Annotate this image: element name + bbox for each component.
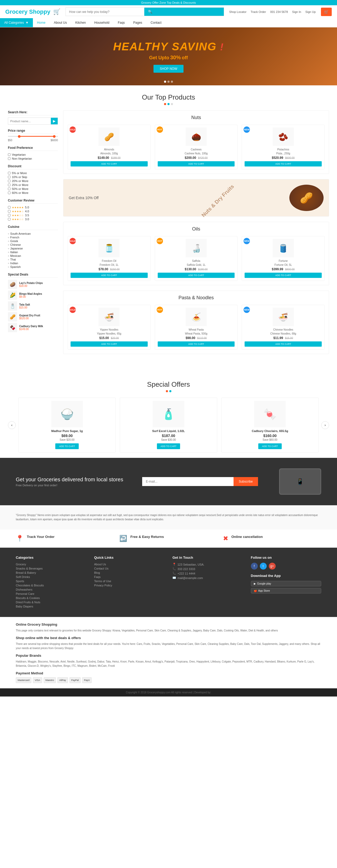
hero-dot-1[interactable] <box>164 81 166 83</box>
cuisine-mexican[interactable]: Mexican <box>8 254 58 257</box>
footer-link-faqs[interactable]: Faqs <box>94 575 165 579</box>
nav-pages[interactable]: Pages <box>129 18 146 27</box>
sidebar-search-button[interactable]: ▶ <box>51 118 58 124</box>
sidebar-search-input[interactable] <box>8 118 51 124</box>
nav-faqs[interactable]: Faqs <box>113 18 129 27</box>
track-order-link[interactable]: Track Order <box>250 10 266 13</box>
newsletter-subscribe-button[interactable]: Subscribe <box>234 477 258 486</box>
deal-price-2: $9.00 <box>19 295 42 298</box>
googleplus-icon[interactable]: g+ <box>269 563 276 569</box>
footer-cat-biscuits[interactable]: Biscuits & Cookies <box>16 596 87 599</box>
food-checkbox-veg[interactable] <box>8 153 10 156</box>
footer-link-privacy[interactable]: Privacy Policy <box>94 584 165 587</box>
discount-10[interactable]: 10% or 5kip <box>8 176 58 179</box>
price-range-thumb-min[interactable] <box>18 135 21 138</box>
footer-cat-chocolates[interactable]: Chocolates & Biscuits <box>16 584 87 587</box>
food-checkbox-nonveg[interactable] <box>8 157 10 160</box>
newsletter-email-input[interactable] <box>142 477 234 486</box>
discount-25[interactable]: 25% or More <box>8 183 58 187</box>
nav-kitchen[interactable]: Kitchen <box>71 18 90 27</box>
deal-item-4[interactable]: 🥜 Gujarat Dry Fruit $520.00 <box>8 312 58 321</box>
hero-dot-2[interactable] <box>167 81 170 83</box>
food-option-nonveg[interactable]: Non-Vegetarian <box>8 157 58 160</box>
facebook-icon[interactable]: f <box>251 563 258 569</box>
footer-link-blog[interactable]: Blog <box>94 571 165 574</box>
food-label-nonveg: Non-Vegetarian <box>12 157 32 160</box>
pasta-cart-btn-3[interactable]: ADD TO CART <box>245 341 322 347</box>
deal-item-2[interactable]: 🌽 Bingo Mad Angles $9.00 <box>8 290 58 300</box>
hero-dot-3[interactable] <box>171 81 173 83</box>
cuisine-greek[interactable]: Greek <box>8 240 58 243</box>
footer-cat-sports[interactable]: Sports <box>16 580 87 583</box>
twitter-icon[interactable]: t <box>260 563 267 569</box>
offer-add-btn-2[interactable]: ADD TO CART <box>157 443 180 449</box>
footer-contact-title: Get in Touch <box>172 556 243 560</box>
google-play-badge[interactable]: ▶ Google play <box>251 581 322 586</box>
deal-item-1[interactable]: 🥔 Lay's Potato Chips $18.00 <box>8 280 58 289</box>
footer-cat-bread[interactable]: Bread & Bakery <box>16 571 87 574</box>
nut-cart-btn-2[interactable]: ADD TO CART <box>158 161 235 166</box>
cuisine-south-american[interactable]: South American <box>8 232 58 235</box>
nav-home[interactable]: Home <box>33 18 50 27</box>
newsletter-subtitle: Free Delivery on your first order! <box>16 484 132 487</box>
nav-household[interactable]: Household <box>90 18 113 27</box>
nav-contact[interactable]: Contact <box>146 18 166 27</box>
discount-20[interactable]: 20% or More <box>8 179 58 183</box>
offer-add-btn-3[interactable]: ADD TO CART <box>258 443 282 449</box>
footer-cat-softdrinks[interactable]: Soft Drinks <box>16 575 87 579</box>
cuisine-chinese[interactable]: Chinese <box>8 243 58 246</box>
footer-cat-baby[interactable]: Baby Diapers <box>16 605 87 608</box>
cuisine-label: Cuisine <box>8 225 58 230</box>
footer-cat-snacks[interactable]: Snacks & Beverages <box>16 567 87 570</box>
footer-cat-dried[interactable]: Dried Fruits & Nuts <box>16 600 87 604</box>
offer-save-2: Save $30.00 <box>123 438 213 441</box>
nav-categories[interactable]: All Categories ▼ <box>0 18 33 27</box>
nut-cart-btn-1[interactable]: ADD TO CART <box>71 161 148 166</box>
carousel-prev-button[interactable]: ‹ <box>8 421 16 429</box>
discount-50[interactable]: 50% or More <box>8 187 58 190</box>
search-input[interactable] <box>66 8 144 16</box>
cuisine-french[interactable]: French <box>8 236 58 239</box>
footer-cat-dishwashers[interactable]: Dishwashers <box>16 588 87 591</box>
review-35[interactable]: ★★★☆☆ 3.5 <box>8 214 58 217</box>
special-offers-title: Special Offers <box>8 372 329 398</box>
footer-cat-grocery[interactable]: Grocery <box>16 563 87 566</box>
footer-link-contact[interactable]: Contact Us <box>94 567 165 570</box>
footer-link-terms[interactable]: Terms of Use <box>94 580 165 583</box>
cuisine-spanish[interactable]: Spanish <box>8 265 58 269</box>
food-option-veg[interactable]: Vegetarian <box>8 153 58 156</box>
nut-cart-btn-3[interactable]: ADD TO CART <box>245 161 322 166</box>
carousel-next-button[interactable]: › <box>321 421 329 429</box>
pasta-cart-btn-2[interactable]: ADD TO CART <box>158 341 235 347</box>
offer-add-btn-1[interactable]: ADD TO CART <box>55 443 79 449</box>
deal-item-3[interactable]: 🧂 Tata Salt $15.00 <box>8 301 58 311</box>
signin-link[interactable]: Sign In <box>292 10 301 13</box>
offer-price-2: $187.00 <box>123 434 213 438</box>
cart-button[interactable]: 🛒 <box>321 8 332 16</box>
footer-cat-personal[interactable]: Personal Care <box>16 592 87 595</box>
review-3[interactable]: ★★★☆☆ 3.0 <box>8 218 58 221</box>
oil-cart-btn-3[interactable]: ADD TO CART <box>245 273 322 278</box>
review-5[interactable]: ★★★★★ 5.0 <box>8 206 58 209</box>
search-button[interactable]: 🔍 <box>144 8 224 16</box>
discount-60[interactable]: 60% or More <box>8 191 58 194</box>
price-range-thumb-max[interactable] <box>53 135 56 138</box>
google-play-icon: ▶ <box>254 582 256 585</box>
footer-link-about[interactable]: About Us <box>94 563 165 566</box>
cuisine-thai[interactable]: Thai <box>8 258 58 261</box>
cuisine-italian[interactable]: Italian <box>8 250 58 254</box>
review-4[interactable]: ★★★★☆ 4.0 <box>8 210 58 213</box>
pasta-cart-btn-1[interactable]: ADD TO CART <box>71 341 148 347</box>
oil-cart-btn-1[interactable]: ADD TO CART <box>71 273 148 278</box>
cuisine-japanese[interactable]: Japanese <box>8 247 58 250</box>
price-range-control[interactable]: $50 $6000 <box>8 136 58 142</box>
deal-item-5[interactable]: 🍫 Cadbury Dairy Milk $149.00 <box>8 323 58 332</box>
discount-5[interactable]: 5% or More <box>8 172 58 175</box>
signup-link[interactable]: Sign Up <box>305 10 316 13</box>
oil-cart-btn-2[interactable]: ADD TO CART <box>158 273 235 278</box>
hero-cta-button[interactable]: SHOP NOW <box>154 65 183 73</box>
shop-locator-link[interactable]: Shop Locator <box>229 10 246 13</box>
app-store-badge[interactable]: 🍎 App Store <box>251 588 322 593</box>
cuisine-indian[interactable]: Indian <box>8 261 58 265</box>
nav-about[interactable]: About Us <box>50 18 71 27</box>
